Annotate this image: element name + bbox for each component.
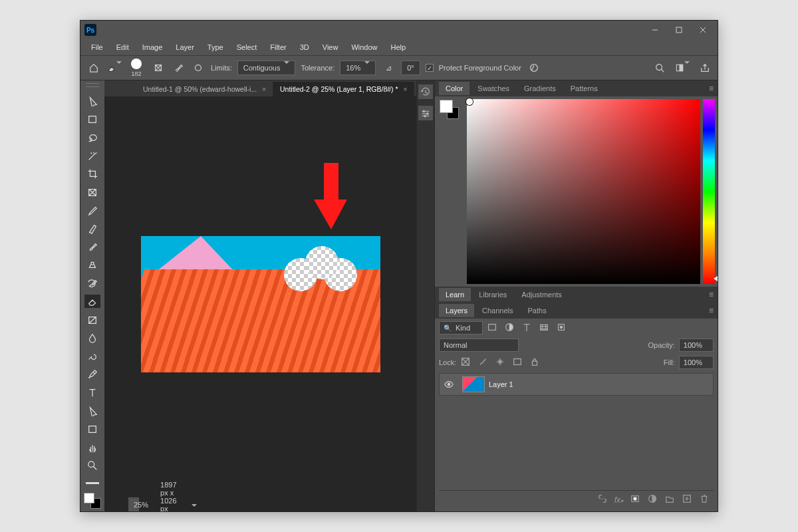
mask-icon[interactable]	[630, 493, 640, 506]
text-tool[interactable]	[84, 386, 100, 399]
menu-view[interactable]: View	[317, 41, 344, 53]
opacity-input[interactable]: 100%	[679, 338, 714, 352]
lock-artboard-icon[interactable]	[512, 356, 523, 368]
crop-tool[interactable]	[84, 167, 100, 180]
visibility-toggle[interactable]	[440, 379, 458, 390]
layer-row-1[interactable]: Layer 1	[439, 373, 714, 396]
menu-edit[interactable]: Edit	[111, 41, 134, 53]
healing-brush-tool[interactable]	[84, 221, 100, 235]
panel-tab-layers[interactable]: Layers	[439, 304, 474, 317]
brush-pressure-icon[interactable]	[191, 61, 205, 75]
lock-all-icon[interactable]	[529, 356, 540, 368]
document-tab[interactable]: Untitled-2 @ 25% (Layer 1, RGB/8#) *×	[273, 82, 414, 96]
hand-tool[interactable]	[84, 440, 100, 454]
layer-name[interactable]: Layer 1	[489, 380, 513, 388]
new-layer-icon[interactable]	[682, 493, 692, 506]
path-select-tool[interactable]	[84, 404, 100, 417]
rect-marquee-tool[interactable]	[84, 112, 100, 126]
panel-tab-gradients[interactable]: Gradients	[517, 82, 563, 95]
workspace-icon[interactable]	[675, 61, 690, 75]
document-tab[interactable]: Untitled-1 @ 50% (edward-howell-i...×	[136, 82, 273, 96]
color-swatch[interactable]	[84, 493, 101, 509]
clone-stamp-tool[interactable]	[84, 258, 100, 271]
panel-tab-channels[interactable]: Channels	[475, 304, 519, 317]
filter-smart-icon[interactable]	[556, 322, 567, 334]
filter-shape-icon[interactable]	[539, 322, 549, 334]
menu-window[interactable]: Window	[346, 41, 382, 53]
fx-icon[interactable]: fx▾	[614, 495, 623, 505]
panel-menu-icon[interactable]: ≡	[705, 290, 718, 299]
home-button[interactable]	[86, 60, 102, 76]
blur-tool[interactable]	[84, 331, 100, 344]
frame-tool[interactable]	[84, 186, 100, 199]
link-layers-icon[interactable]	[597, 493, 608, 506]
fg-bg-swatches[interactable]	[435, 96, 464, 287]
panel-menu-icon[interactable]: ≡	[705, 84, 718, 93]
history-panel-icon[interactable]	[418, 84, 433, 99]
shape-tool[interactable]	[84, 422, 100, 436]
pen-tool[interactable]	[84, 368, 100, 381]
group-icon[interactable]	[664, 493, 675, 506]
panel-tab-patterns[interactable]: Patterns	[564, 82, 604, 95]
menu-help[interactable]: Help	[386, 41, 412, 53]
lock-pixels-icon[interactable]	[477, 356, 488, 368]
lock-position-icon[interactable]	[495, 356, 505, 368]
dodge-tool[interactable]	[84, 349, 100, 362]
panel-menu-icon[interactable]: ≡	[705, 306, 718, 315]
tab-close-icon[interactable]: ×	[262, 86, 266, 93]
panel-tab-learn[interactable]: Learn	[439, 288, 471, 301]
angle-input[interactable]: 0°	[401, 61, 420, 75]
tolerance-select[interactable]: 16%	[340, 61, 376, 75]
menu-file[interactable]: File	[86, 41, 108, 53]
layer-filter-select[interactable]: 🔍Kind	[439, 321, 483, 334]
filter-adjust-icon[interactable]	[504, 322, 515, 334]
minimize-button[interactable]	[644, 23, 666, 37]
magic-wand-tool[interactable]	[84, 149, 100, 162]
panel-tab-swatches[interactable]: Swatches	[471, 82, 516, 95]
share-icon[interactable]	[698, 61, 712, 75]
close-button[interactable]	[692, 23, 714, 37]
panel-tab-libraries[interactable]: Libraries	[472, 288, 513, 301]
color-field[interactable]	[467, 99, 700, 284]
eyedropper-tool[interactable]	[84, 203, 100, 217]
tablet-pressure-icon[interactable]	[527, 61, 541, 75]
menu-layer[interactable]: Layer	[170, 41, 200, 53]
brush-tool[interactable]	[84, 240, 100, 253]
history-brush-tool[interactable]	[84, 277, 100, 290]
move-tool[interactable]	[84, 94, 100, 108]
blend-mode-select[interactable]: Normal	[439, 338, 519, 352]
menu-image[interactable]: Image	[137, 41, 168, 53]
delete-icon[interactable]	[699, 493, 710, 506]
panel-tab-adjustments[interactable]: Adjustments	[515, 288, 569, 301]
brush-preset-picker[interactable]: 182	[127, 59, 146, 77]
brush-settings-icon[interactable]	[151, 61, 166, 75]
lasso-tool[interactable]	[84, 130, 100, 144]
menu-filter[interactable]: Filter	[265, 41, 291, 53]
filter-text-icon[interactable]	[521, 322, 532, 334]
status-menu-icon[interactable]	[189, 501, 197, 509]
doc-info[interactable]: 1897 px x 1026 px (72 ppi)	[160, 481, 176, 512]
menu-3d[interactable]: 3D	[295, 41, 315, 53]
search-icon[interactable]	[652, 61, 667, 75]
protect-fg-checkbox[interactable]	[426, 64, 434, 72]
panel-tab-color[interactable]: Color	[439, 82, 469, 95]
eraser-tool[interactable]	[84, 295, 100, 308]
menu-select[interactable]: Select	[231, 41, 263, 53]
tab-close-icon[interactable]: ×	[404, 86, 408, 93]
lock-transparent-icon[interactable]	[460, 356, 471, 368]
canvas-viewport[interactable]	[104, 96, 416, 511]
menu-type[interactable]: Type	[202, 41, 229, 53]
gradient-tool[interactable]	[84, 313, 100, 326]
adjustment-layer-icon[interactable]	[647, 493, 658, 506]
brush-sample-icon[interactable]	[171, 61, 186, 75]
filter-pixel-icon[interactable]	[487, 322, 497, 334]
hue-slider[interactable]	[703, 99, 715, 284]
zoom-level[interactable]: 25%	[134, 501, 148, 509]
fill-input[interactable]: 100%	[679, 356, 714, 369]
maximize-button[interactable]	[668, 23, 690, 37]
panel-tab-paths[interactable]: Paths	[521, 304, 553, 317]
zoom-tool[interactable]	[84, 459, 100, 472]
current-tool-icon[interactable]	[107, 61, 122, 75]
properties-panel-icon[interactable]	[418, 106, 433, 120]
limits-select[interactable]: Contiguous	[237, 61, 296, 75]
